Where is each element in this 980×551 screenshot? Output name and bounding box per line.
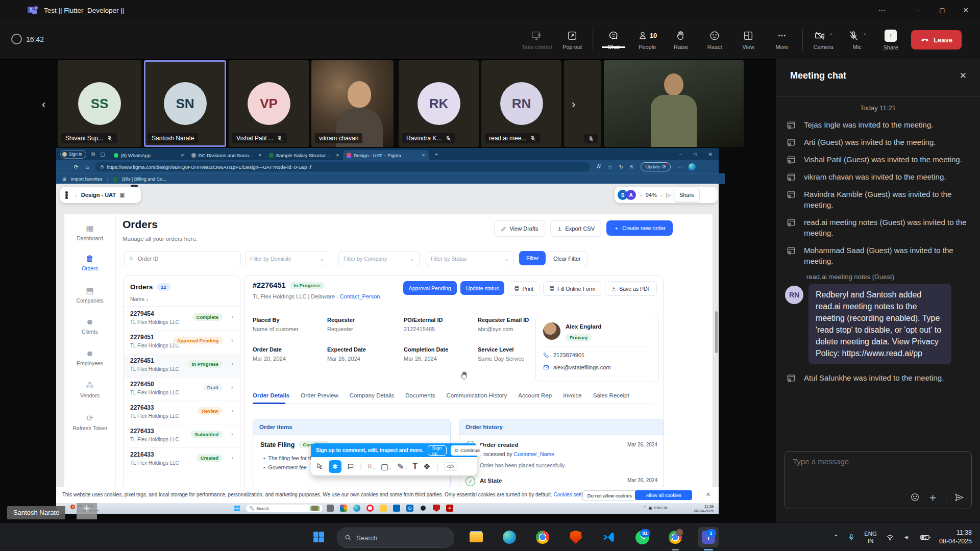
- tray-mic-icon[interactable]: [847, 533, 855, 541]
- tab-actions-icon[interactable]: ▢: [100, 152, 105, 157]
- chevron-down-icon[interactable]: ⌄: [660, 193, 664, 197]
- tab-company-details[interactable]: Company Details: [350, 392, 395, 398]
- view-drafts-button[interactable]: View Drafts: [494, 220, 545, 237]
- emoji-icon[interactable]: [910, 492, 920, 502]
- shared-app-icon-paint[interactable]: [340, 505, 347, 512]
- taskbar-search-box[interactable]: Search: [337, 528, 454, 548]
- tray-battery-icon[interactable]: [920, 534, 930, 541]
- list-column-header[interactable]: Name ↓: [124, 296, 240, 307]
- canvas-scrollbar[interactable]: [715, 311, 718, 353]
- chevron-down-icon[interactable]: ⌄: [74, 193, 78, 197]
- tab-order-details[interactable]: Order Details: [253, 392, 289, 398]
- signup-button[interactable]: Sign up: [428, 445, 447, 456]
- update-button[interactable]: Update ⟳: [641, 162, 671, 171]
- camera-button[interactable]: ⌄ Camera: [810, 30, 837, 50]
- sidebar-item-employees[interactable]: ☻ Employees: [64, 349, 115, 366]
- cookie-close-icon[interactable]: ✕: [706, 491, 710, 498]
- tab-order-preview[interactable]: Order Preview: [301, 392, 338, 398]
- edge-logo-icon[interactable]: [689, 163, 696, 170]
- tab-sales-receipt[interactable]: Sales Receipt: [593, 392, 629, 398]
- fill-online-form-button[interactable]: Fill Online Form: [543, 281, 601, 296]
- chevron-right-icon[interactable]: ›: [231, 360, 233, 367]
- order-row[interactable]: 2276433TL Flex Holdings LLC Review›: [124, 400, 240, 424]
- shared-screen-browser[interactable]: Sign in ⧉ ▢ (6) WhatsApp✕ DC Divisions a…: [56, 148, 719, 503]
- favorite-star-icon[interactable]: ☆: [608, 164, 612, 170]
- chevron-right-icon[interactable]: ›: [231, 384, 233, 391]
- shared-app-icon-folder[interactable]: [380, 505, 387, 512]
- sort-desc-icon[interactable]: ↓: [146, 296, 149, 302]
- order-id-input[interactable]: [137, 255, 236, 262]
- tab-account-rep[interactable]: Account Rep: [518, 392, 552, 398]
- mic-button[interactable]: ⌄ Mic: [844, 30, 870, 50]
- video-tile-partial[interactable]: [564, 60, 601, 147]
- chevron-right-icon[interactable]: ›: [231, 313, 233, 320]
- print-button[interactable]: Print: [508, 281, 540, 296]
- sidebar-item-clients[interactable]: ☻ Clients: [64, 317, 115, 335]
- order-row[interactable]: 2279451TL Flex Holdings LLC Approval Pen…: [124, 330, 240, 354]
- shared-app-icon-outlook[interactable]: O: [406, 505, 413, 512]
- browser-maximize-icon[interactable]: ▢: [693, 152, 697, 157]
- taskbar-chrome-profile-icon[interactable]: [665, 527, 685, 547]
- view-button[interactable]: View: [735, 30, 762, 50]
- url-field[interactable]: https://www.figma.com/design/9BKQ0FOHRWa…: [95, 162, 590, 171]
- import-favorites-link[interactable]: Import favorites: [71, 177, 103, 182]
- shared-search-box[interactable]: 🔍 Search: [246, 505, 323, 512]
- contact-phone[interactable]: 2123874901: [553, 352, 584, 358]
- tray-volume-icon[interactable]: [903, 534, 912, 541]
- shared-app-icon-store[interactable]: [393, 505, 400, 512]
- video-tile[interactable]: SS Shivani Sup...: [58, 60, 141, 147]
- figma-canvas[interactable]: S ▦ Dashboard 🗑 Orders ▤ Companies: [56, 184, 719, 503]
- tray-chevron-icon[interactable]: ⌃: [834, 534, 839, 541]
- chevron-down-icon[interactable]: ⌄: [639, 193, 643, 197]
- bills-bookmark[interactable]: Bills | Billing and Co...: [122, 177, 166, 182]
- share-button[interactable]: ↑ Share: [877, 30, 904, 51]
- approval-pending-button[interactable]: Approval Pending: [403, 281, 457, 295]
- taskbar-file-explorer-icon[interactable]: [466, 527, 486, 547]
- camera-chevron-icon[interactable]: ⌄: [829, 30, 833, 36]
- google-continue-button[interactable]: G Continue: [451, 445, 484, 456]
- deny-cookies-button[interactable]: Do not allow cookies: [582, 490, 637, 501]
- tab-close-icon[interactable]: ✕: [181, 153, 184, 158]
- shared-app-icon-obs[interactable]: [420, 505, 427, 512]
- allow-cookies-button[interactable]: Allow all cookies: [635, 490, 692, 500]
- chevron-right-icon[interactable]: ›: [231, 407, 233, 414]
- browser-minimize-icon[interactable]: –: [679, 152, 682, 157]
- sidebar-item-orders[interactable]: 🗑 Orders: [64, 254, 115, 271]
- text-tool-icon[interactable]: T: [412, 462, 418, 471]
- start-button-icon[interactable]: [312, 531, 325, 543]
- annotate-tool-icon[interactable]: ✎⌄: [397, 462, 407, 471]
- create-order-button[interactable]: ＋ Create new order: [606, 220, 673, 236]
- shared-start-icon[interactable]: [234, 505, 240, 512]
- more-button[interactable]: More: [769, 30, 795, 50]
- hand-tool-icon[interactable]: ✱: [329, 460, 341, 473]
- send-icon[interactable]: [954, 492, 964, 503]
- video-tile[interactable]: RN read.ai mee...: [481, 60, 561, 147]
- chat-button[interactable]: Chat: [600, 30, 627, 50]
- tab-close-icon[interactable]: ✕: [422, 153, 425, 158]
- comment-tool-icon[interactable]: [347, 463, 354, 470]
- order-row[interactable]: 2216433TL Flex Holdings LLC Created›: [124, 447, 240, 471]
- mic-chevron-icon[interactable]: ⌄: [863, 30, 867, 36]
- code-toggle-icon[interactable]: </>: [444, 462, 457, 471]
- filter-button[interactable]: Filter: [519, 251, 546, 265]
- filter-status-dropdown[interactable]: Filter by Status⌄: [426, 251, 514, 266]
- video-tile-camera-on[interactable]: vikram chavan: [311, 60, 394, 147]
- taskbar-teams-icon[interactable]: T 1: [698, 527, 719, 547]
- chat-message-input[interactable]: [792, 457, 934, 466]
- tab-close-icon[interactable]: ✕: [258, 153, 262, 158]
- taskbar-brave-icon[interactable]: [566, 527, 586, 547]
- tiles-scroll-left-icon[interactable]: ‹: [42, 98, 45, 111]
- minimize-button[interactable]: –: [906, 0, 929, 20]
- tray-wifi-icon[interactable]: [886, 534, 894, 541]
- clear-filter-button[interactable]: Clear Filter: [547, 251, 587, 266]
- save-as-pdf-button[interactable]: Save as PDF: [605, 281, 657, 296]
- browser-close-icon[interactable]: ✕: [708, 152, 713, 157]
- chat-close-icon[interactable]: ✕: [960, 70, 967, 81]
- filter-company-dropdown[interactable]: Filter by Company⌄: [338, 251, 420, 266]
- browser-signin-chip[interactable]: Sign in: [60, 150, 86, 159]
- shape-tool-icon[interactable]: ▢⌄: [381, 462, 391, 471]
- update-status-button[interactable]: Update status: [460, 281, 505, 295]
- layout-icon[interactable]: ▣: [119, 192, 125, 198]
- chat-input-box[interactable]: ＋: [784, 451, 972, 509]
- collaborator-avatar[interactable]: A: [626, 190, 636, 200]
